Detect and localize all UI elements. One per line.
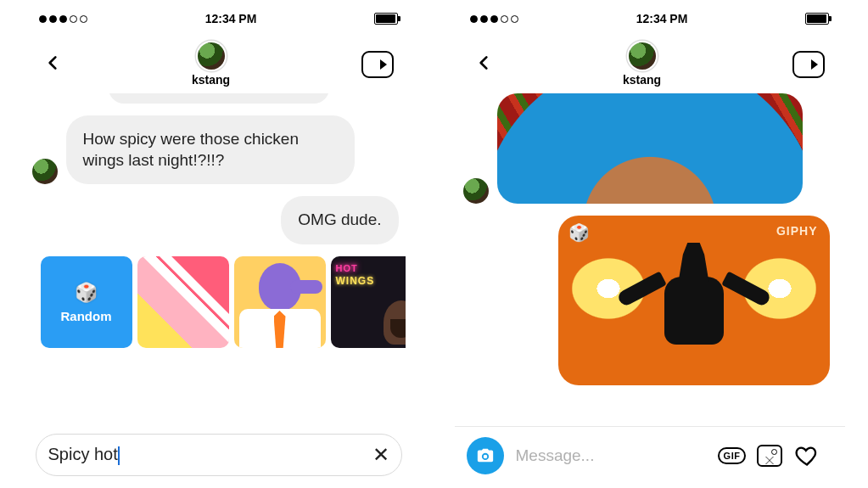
chat-body: How spicy were those chicken wings last … (24, 93, 414, 425)
chat-header: kstang (24, 31, 414, 93)
gif-tile-random-label: Random (61, 309, 112, 323)
gif-search-bar: Spicy hot ✕ (24, 425, 414, 488)
message-row-incoming-media (463, 93, 837, 204)
clear-search-button[interactable]: ✕ (372, 443, 389, 467)
sender-avatar[interactable] (32, 159, 58, 184)
signal-strength-icon (470, 15, 518, 23)
video-call-button[interactable] (792, 51, 825, 78)
gif-tile-1[interactable] (137, 256, 229, 348)
outgoing-gif-message[interactable]: 🎲 GIPHY (558, 216, 830, 385)
status-time: 12:34 PM (636, 12, 688, 25)
gif-search-input[interactable]: Spicy hot ✕ (36, 434, 402, 476)
gif-search-value: Spicy hot (48, 445, 364, 465)
chat-username[interactable]: kstang (623, 73, 661, 87)
phone-left-screenshot: 12:34 PM kstang How spicy were those chi… (24, 0, 414, 488)
chat-header: kstang (455, 31, 845, 93)
video-call-button[interactable] (361, 51, 394, 78)
status-time: 12:34 PM (205, 12, 257, 25)
gif-tile-2[interactable] (234, 256, 326, 348)
chat-username[interactable]: kstang (192, 73, 230, 87)
text-cursor (118, 446, 120, 465)
gif-button[interactable]: GIF (718, 441, 747, 470)
incoming-message-bubble[interactable]: How spicy were those chicken wings last … (66, 115, 355, 184)
gif-tray[interactable]: 🎲 Random HOT WINGS (32, 256, 406, 351)
message-input-bar: Message... GIF (455, 427, 845, 488)
back-button[interactable] (475, 52, 492, 77)
giphy-watermark: GIPHY (776, 224, 818, 238)
message-placeholder: Message... (516, 446, 709, 465)
previous-message-peek (32, 93, 406, 104)
gallery-button[interactable] (755, 441, 784, 470)
gif-tile-3[interactable]: HOT WINGS (331, 256, 406, 348)
phone-right-screenshot: 12:34 PM kstang 🎲 GIPHY (455, 0, 845, 488)
message-row-outgoing: OMG dude. (32, 196, 406, 244)
gallery-icon (757, 445, 782, 467)
message-row-outgoing-media: 🎲 GIPHY (463, 216, 837, 385)
status-bar: 12:34 PM (455, 0, 845, 31)
dice-icon: 🎲 (75, 282, 98, 304)
dice-icon: 🎲 (568, 222, 590, 243)
avatar[interactable] (198, 42, 225, 70)
message-row-incoming: How spicy were those chicken wings last … (32, 115, 406, 184)
back-button[interactable] (44, 52, 61, 77)
status-bar: 12:34 PM (24, 0, 414, 31)
battery-icon (374, 13, 398, 25)
signal-strength-icon (39, 15, 87, 23)
chat-body: 🎲 GIPHY (455, 93, 845, 426)
battery-icon (805, 13, 829, 25)
sender-avatar[interactable] (463, 178, 489, 204)
incoming-gif-message[interactable] (497, 93, 803, 204)
gif-tile-random[interactable]: 🎲 Random (41, 256, 132, 348)
like-button[interactable] (792, 441, 821, 470)
outgoing-message-bubble[interactable]: OMG dude. (281, 196, 398, 244)
camera-button[interactable] (467, 437, 504, 474)
avatar[interactable] (629, 42, 656, 70)
message-input[interactable]: Message... GIF (512, 435, 833, 476)
